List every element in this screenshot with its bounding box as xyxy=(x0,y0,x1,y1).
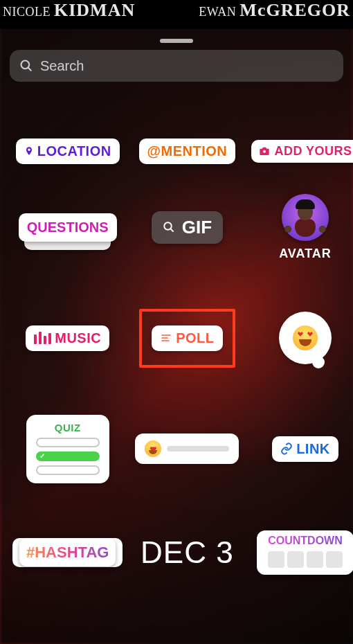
avatar-sticker[interactable]: AVATAR xyxy=(279,194,332,261)
search-icon xyxy=(19,59,33,73)
countdown-blocks-icon xyxy=(268,551,343,568)
mention-sticker[interactable]: @MENTION xyxy=(139,138,236,164)
music-label: MUSIC xyxy=(55,330,101,346)
drag-handle[interactable] xyxy=(160,39,193,43)
hashtag-sticker[interactable]: #HASHTAG xyxy=(12,538,123,567)
credit-left-small: NICOLE xyxy=(3,5,51,19)
search-icon xyxy=(163,221,175,233)
slider-track-icon xyxy=(167,446,229,451)
svg-point-2 xyxy=(28,149,30,151)
gif-label: GIF xyxy=(182,217,212,238)
search-bar[interactable] xyxy=(10,50,343,82)
svg-line-1 xyxy=(28,68,31,71)
emoji-reaction-sticker[interactable] xyxy=(279,312,332,364)
quiz-sticker[interactable]: QUIZ xyxy=(26,415,109,483)
avatar-icon xyxy=(282,194,329,241)
link-sticker[interactable]: LINK xyxy=(272,436,338,462)
heart-eyes-emoji-icon xyxy=(145,440,161,457)
sticker-grid: LOCATION @MENTION ADD YOURS QUESTIONS GI… xyxy=(0,130,353,601)
hashtag-label: #HASHTAG xyxy=(19,538,116,566)
poll-sticker[interactable]: POLL xyxy=(152,325,222,351)
location-sticker[interactable]: LOCATION xyxy=(16,138,120,164)
poll-highlight-box: POLL xyxy=(139,309,235,368)
credit-left: NICOLE KIDMAN xyxy=(3,0,135,21)
quiz-label: QUIZ xyxy=(55,422,81,433)
camera-icon xyxy=(258,145,271,156)
poll-lines-icon xyxy=(160,332,172,343)
pin-icon xyxy=(24,145,34,157)
search-input[interactable] xyxy=(40,58,334,74)
quiz-option-icon xyxy=(36,465,100,475)
link-icon xyxy=(280,442,293,455)
music-bars-icon xyxy=(34,332,51,344)
questions-label: QUESTIONS xyxy=(27,220,109,235)
add-yours-label: ADD YOURS xyxy=(274,144,352,159)
mention-label: @MENTION xyxy=(147,143,228,159)
countdown-sticker[interactable]: COUNTDOWN xyxy=(257,530,353,575)
emoji-slider-sticker[interactable] xyxy=(135,433,239,464)
questions-sticker[interactable]: QUESTIONS xyxy=(19,213,117,242)
heart-eyes-emoji-icon xyxy=(293,325,318,350)
avatar-label: AVATAR xyxy=(279,247,332,261)
quiz-option-icon xyxy=(36,438,100,447)
countdown-label: COUNTDOWN xyxy=(268,535,343,547)
credit-right-big: McGREGOR xyxy=(239,0,350,20)
date-label: DEC 3 xyxy=(141,535,234,569)
poll-label: POLL xyxy=(176,330,214,346)
credit-right-small: EWAN xyxy=(199,5,236,19)
svg-point-3 xyxy=(263,150,266,153)
credit-right: EWAN McGREGOR xyxy=(199,0,350,21)
add-yours-sticker[interactable]: ADD YOURS xyxy=(251,140,353,163)
music-sticker[interactable]: MUSIC xyxy=(26,325,109,351)
movie-credits-backdrop: NICOLE KIDMAN EWAN McGREGOR xyxy=(0,0,353,29)
quiz-option-selected-icon xyxy=(36,451,100,461)
svg-line-5 xyxy=(170,229,173,231)
credit-left-big: KIDMAN xyxy=(54,0,135,20)
location-label: LOCATION xyxy=(37,143,111,159)
gif-sticker[interactable]: GIF xyxy=(152,211,223,244)
link-label: LINK xyxy=(296,441,330,457)
date-sticker[interactable]: DEC 3 xyxy=(141,535,234,570)
